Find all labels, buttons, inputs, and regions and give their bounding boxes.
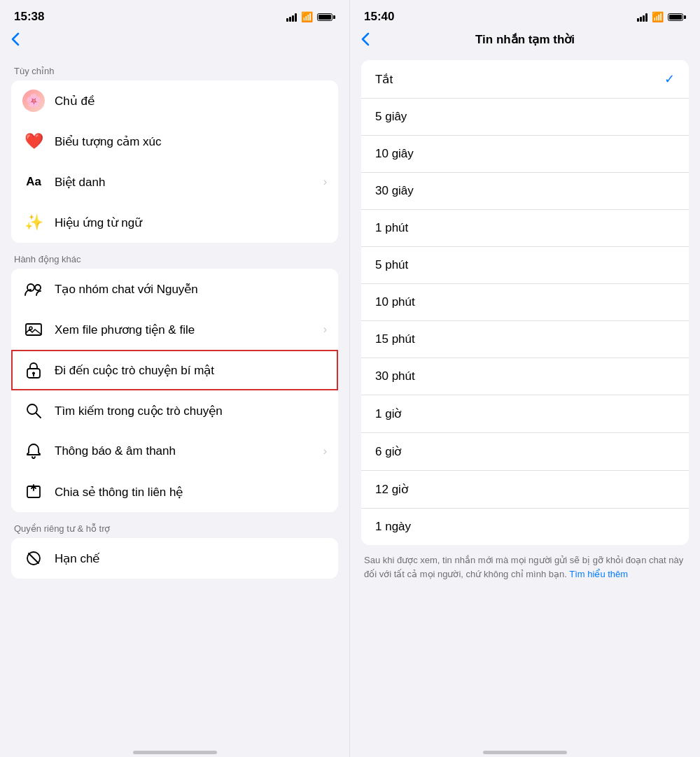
option-30m-label: 30 phút bbox=[375, 369, 675, 383]
list-item-search[interactable]: Tìm kiếm trong cuộc trò chuyện bbox=[11, 390, 338, 431]
notification-label: Thông báo & âm thanh bbox=[55, 444, 318, 458]
right-nav-title: Tin nhắn tạm thời bbox=[475, 32, 575, 47]
actions-list: Tạo nhóm chat với Nguyễn Xem file phương… bbox=[11, 269, 338, 512]
section-label-actions: Hành động khác bbox=[0, 243, 349, 269]
option-10m[interactable]: 10 phút bbox=[361, 284, 689, 321]
secretchat-label: Đi đến cuộc trò chuyện bí mật bbox=[55, 363, 327, 378]
list-item-restrict[interactable]: Hạn chế bbox=[11, 538, 338, 579]
notification-icon bbox=[22, 440, 45, 462]
option-1m[interactable]: 1 phút bbox=[361, 210, 689, 247]
right-nav-bar: Tin nhắn tạm thời bbox=[350, 29, 700, 55]
option-10s[interactable]: 10 giây bbox=[361, 136, 689, 173]
sharecontact-label: Chia sẻ thông tin liên hệ bbox=[55, 485, 327, 500]
option-1m-label: 1 phút bbox=[375, 221, 675, 235]
emoji-icon: ❤️ bbox=[22, 130, 45, 153]
restrict-icon bbox=[22, 547, 45, 569]
option-6h-label: 6 giờ bbox=[375, 444, 675, 459]
privacy-list: Hạn chế bbox=[11, 538, 338, 579]
option-5m-label: 5 phút bbox=[375, 258, 675, 272]
list-item-creategroup[interactable]: Tạo nhóm chat với Nguyễn bbox=[11, 269, 338, 309]
option-10m-label: 10 phút bbox=[375, 295, 675, 309]
option-12h-label: 12 giờ bbox=[375, 482, 675, 497]
left-back-button[interactable] bbox=[11, 32, 20, 46]
signal-icon bbox=[286, 12, 297, 22]
option-1d-label: 1 ngày bbox=[375, 520, 675, 534]
restrict-label: Hạn chế bbox=[55, 551, 327, 566]
section-label-privacy: Quyền riêng tư & hỗ trợ bbox=[0, 512, 349, 538]
customize-list: 🌸 Chủ đề ❤️ Biểu tượng cảm xúc Aa Biệt d… bbox=[11, 80, 338, 243]
viewfiles-icon bbox=[22, 318, 45, 341]
list-item-emoji[interactable]: ❤️ Biểu tượng cảm xúc bbox=[11, 121, 338, 162]
list-item-viewfiles[interactable]: Xem file phương tiện & file › bbox=[11, 309, 338, 350]
option-5s[interactable]: 5 giây bbox=[361, 99, 689, 136]
option-15m-label: 15 phút bbox=[375, 332, 675, 346]
right-time: 15:40 bbox=[364, 10, 394, 24]
viewfiles-label: Xem file phương tiện & file bbox=[55, 323, 318, 337]
wifi-icon: 📶 bbox=[301, 11, 313, 22]
option-off[interactable]: Tắt ✓ bbox=[361, 60, 689, 99]
search-icon bbox=[22, 399, 45, 422]
right-signal-icon bbox=[637, 12, 648, 22]
nickname-icon: Aa bbox=[22, 171, 45, 193]
list-item-nickname[interactable]: Aa Biệt danh › bbox=[11, 162, 338, 202]
left-panel: 15:38 📶 bbox=[0, 0, 350, 757]
right-battery-icon bbox=[668, 13, 686, 21]
option-30m[interactable]: 30 phút bbox=[361, 358, 689, 395]
option-1h[interactable]: 1 giờ bbox=[361, 395, 689, 433]
option-off-checkmark: ✓ bbox=[664, 71, 675, 87]
option-5s-label: 5 giây bbox=[375, 110, 675, 124]
svg-line-8 bbox=[36, 413, 41, 418]
right-home-indicator bbox=[350, 745, 700, 757]
nickname-chevron: › bbox=[323, 176, 327, 188]
creategroup-label: Tạo nhóm chat với Nguyễn bbox=[55, 282, 327, 297]
secretchat-icon bbox=[22, 359, 45, 381]
search-label: Tìm kiếm trong cuộc trò chuyện bbox=[55, 404, 327, 418]
list-item-notification[interactable]: Thông báo & âm thanh › bbox=[11, 431, 338, 472]
left-nav-bar bbox=[0, 29, 349, 55]
option-off-label: Tắt bbox=[375, 72, 664, 87]
emoji-label: Biểu tượng cảm xúc bbox=[55, 134, 327, 149]
wordeffect-icon: ✨ bbox=[22, 211, 45, 234]
right-panel: 15:40 📶 Tin nhắn tạm thời bbox=[350, 0, 700, 757]
right-wifi-icon: 📶 bbox=[652, 11, 664, 22]
option-30s-label: 30 giây bbox=[375, 184, 675, 198]
left-status-bar: 15:38 📶 bbox=[0, 0, 349, 29]
footer-text: Sau khi được xem, tin nhắn mới mà mọi ng… bbox=[364, 555, 683, 579]
svg-point-1 bbox=[35, 285, 41, 290]
svg-point-3 bbox=[29, 327, 32, 330]
theme-label: Chủ đề bbox=[55, 94, 327, 108]
left-status-icons: 📶 bbox=[286, 11, 335, 22]
option-6h[interactable]: 6 giờ bbox=[361, 433, 689, 471]
theme-icon: 🌸 bbox=[22, 90, 45, 112]
right-back-button[interactable] bbox=[361, 32, 370, 46]
options-list: Tắt ✓ 5 giây 10 giây 30 giây 1 phút 5 ph… bbox=[361, 60, 689, 545]
wordeffect-label: Hiệu ứng từ ngữ bbox=[55, 215, 327, 230]
left-time: 15:38 bbox=[14, 10, 44, 24]
section-label-customize: Tùy chỉnh bbox=[0, 55, 349, 80]
option-30s[interactable]: 30 giây bbox=[361, 173, 689, 210]
viewfiles-chevron: › bbox=[323, 323, 327, 336]
option-12h[interactable]: 12 giờ bbox=[361, 471, 689, 509]
list-item-sharecontact[interactable]: Chia sẻ thông tin liên hệ bbox=[11, 472, 338, 512]
nickname-label: Biệt danh bbox=[55, 175, 318, 190]
list-item-wordeffect[interactable]: ✨ Hiệu ứng từ ngữ bbox=[11, 202, 338, 243]
right-status-bar: 15:40 📶 bbox=[350, 0, 700, 29]
list-item-secretchat[interactable]: Đi đến cuộc trò chuyện bí mật bbox=[11, 350, 338, 390]
footer-note: Sau khi được xem, tin nhắn mới mà mọi ng… bbox=[350, 545, 700, 589]
option-15m[interactable]: 15 phút bbox=[361, 321, 689, 358]
option-1d[interactable]: 1 ngày bbox=[361, 509, 689, 545]
option-10s-label: 10 giây bbox=[375, 147, 675, 161]
svg-rect-2 bbox=[26, 324, 41, 335]
svg-line-11 bbox=[29, 553, 38, 563]
left-home-indicator bbox=[0, 745, 349, 757]
notification-chevron: › bbox=[323, 445, 327, 458]
creategroup-icon bbox=[22, 278, 45, 300]
battery-icon bbox=[317, 13, 335, 21]
right-status-icons: 📶 bbox=[637, 11, 686, 22]
option-5m[interactable]: 5 phút bbox=[361, 247, 689, 284]
sharecontact-icon bbox=[22, 481, 45, 503]
list-item-theme[interactable]: 🌸 Chủ đề bbox=[11, 80, 338, 121]
footer-link[interactable]: Tìm hiểu thêm bbox=[569, 569, 628, 579]
option-1h-label: 1 giờ bbox=[375, 406, 675, 421]
